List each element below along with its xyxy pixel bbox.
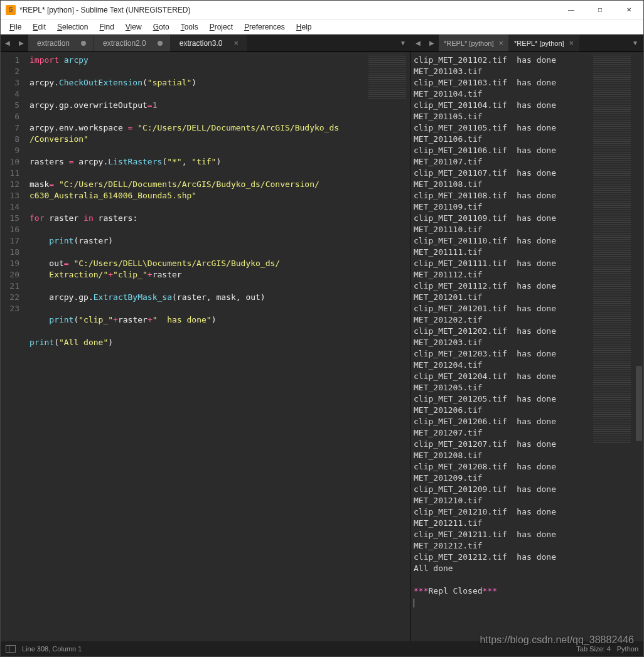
editor-panes: 1234567891011121314151617181920212223 im… <box>1 52 643 641</box>
menu-edit[interactable]: Edit <box>28 21 51 33</box>
menu-project[interactable]: Project <box>205 21 238 33</box>
code-editor[interactable]: import arcpy arcpy.CheckOutExtension("sp… <box>26 52 365 641</box>
tab-dropdown-icon[interactable]: ▼ <box>395 35 411 51</box>
tab-label: extraction2.0 <box>103 39 146 48</box>
app-icon: S <box>6 5 16 15</box>
line-gutter: 1234567891011121314151617181920212223 <box>1 52 26 641</box>
minimize-button[interactable]: — <box>557 1 586 19</box>
minimap[interactable] <box>589 52 635 641</box>
tab-dropdown-icon[interactable]: ▼ <box>627 35 643 51</box>
tab[interactable]: extraction <box>28 35 94 51</box>
menu-file[interactable]: File <box>4 21 26 33</box>
dirty-indicator-icon <box>158 41 163 46</box>
app-window: S *REPL* [python] - Sublime Text (UNREGI… <box>0 0 644 657</box>
minimap[interactable] <box>365 52 410 641</box>
menubar: FileEditSelectionFindViewGotoToolsProjec… <box>1 19 643 35</box>
menu-view[interactable]: View <box>121 21 147 33</box>
menu-goto[interactable]: Goto <box>148 21 174 33</box>
tab-label: *REPL* [python] <box>444 40 494 47</box>
status-indent[interactable]: Tab Size: 4 <box>576 645 610 653</box>
tab[interactable]: extraction2.0 <box>94 35 171 51</box>
close-button[interactable]: ✕ <box>614 1 643 19</box>
window-title: *REPL* [python] - Sublime Text (UNREGIST… <box>19 6 191 14</box>
status-syntax[interactable]: Python <box>617 645 638 653</box>
tab[interactable]: *REPL* [python]× <box>509 35 579 51</box>
tab-label: extraction3.0 <box>180 39 223 48</box>
tab-bar: ◀ ▶ extractionextraction2.0extraction3.0… <box>1 35 643 52</box>
status-position[interactable]: Line 308, Column 1 <box>22 645 82 653</box>
titlebar: S *REPL* [python] - Sublime Text (UNREGI… <box>1 1 643 19</box>
sidebar-toggle-icon[interactable] <box>6 645 16 653</box>
menu-help[interactable]: Help <box>291 21 317 33</box>
menu-find[interactable]: Find <box>94 21 119 33</box>
repl-pane: clip_MET_201102.tif has doneMET_201103.t… <box>411 52 643 641</box>
tab-label: extraction <box>37 39 70 48</box>
statusbar: Line 308, Column 1 Tab Size: 4 Python <box>1 641 643 656</box>
tab-scroll-left-icon[interactable]: ◀ <box>1 35 14 51</box>
menu-selection[interactable]: Selection <box>52 21 93 33</box>
dirty-indicator-icon <box>81 41 86 46</box>
scrollbar[interactable] <box>635 52 643 641</box>
maximize-button[interactable]: □ <box>586 1 614 19</box>
tab[interactable]: extraction3.0× <box>171 35 247 51</box>
menu-preferences[interactable]: Preferences <box>239 21 290 33</box>
code-pane: 1234567891011121314151617181920212223 im… <box>1 52 411 641</box>
tab-close-icon[interactable]: × <box>499 38 504 48</box>
tab-scroll-right-icon[interactable]: ▶ <box>425 35 439 51</box>
repl-output[interactable]: clip_MET_201102.tif has doneMET_201103.t… <box>411 52 589 641</box>
tab-close-icon[interactable]: × <box>233 38 239 48</box>
tab[interactable]: *REPL* [python]× <box>439 35 509 51</box>
tab-scroll-left-icon[interactable]: ◀ <box>411 35 425 51</box>
tab-label: *REPL* [python] <box>514 40 564 47</box>
menu-tools[interactable]: Tools <box>176 21 203 33</box>
tab-scroll-right-icon[interactable]: ▶ <box>14 35 28 51</box>
tab-close-icon[interactable]: × <box>569 38 574 48</box>
